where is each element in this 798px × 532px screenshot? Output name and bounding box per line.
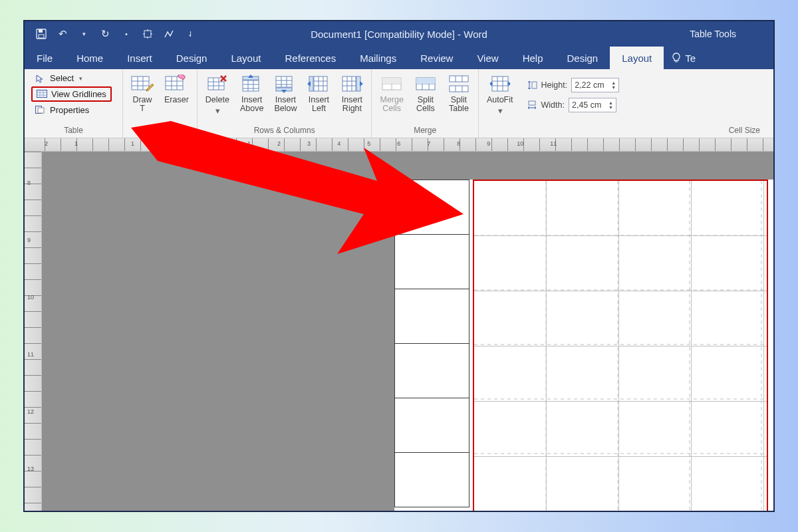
tab-review[interactable]: Review xyxy=(408,47,465,69)
eraser-icon xyxy=(165,74,188,93)
qat-icon-2[interactable] xyxy=(163,28,175,40)
group-rows-columns-label: Rows & Columns xyxy=(204,126,365,136)
select-label: Select xyxy=(50,73,74,83)
merge-cells-label: Merge Cells xyxy=(380,96,403,113)
undo-dropdown-icon[interactable]: ▾ xyxy=(78,28,90,40)
split-cells-label: Split Cells xyxy=(416,96,435,113)
view-gridlines-label: View Gridlines xyxy=(51,89,106,99)
tab-file[interactable]: File xyxy=(25,47,65,69)
tab-help[interactable]: Help xyxy=(511,47,555,69)
svg-rect-3 xyxy=(144,31,151,37)
svg-rect-2 xyxy=(39,35,44,38)
height-icon xyxy=(527,80,537,90)
tab-design[interactable]: Design xyxy=(164,47,219,69)
delete-label: Delete xyxy=(205,96,229,104)
svg-rect-8 xyxy=(166,76,183,90)
qat-customize-icon[interactable]: ⇃ xyxy=(184,28,196,40)
width-value: 2,45 cm xyxy=(572,100,601,110)
horizontal-ruler[interactable]: 211211234567891011 xyxy=(25,138,773,152)
tell-me-text: Te xyxy=(685,53,696,64)
eraser-button[interactable]: Eraser xyxy=(163,72,190,107)
tab-insert[interactable]: Insert xyxy=(115,47,164,69)
width-icon xyxy=(527,100,537,110)
group-rows-columns: Delete ▾ Insert Above Insert Below xyxy=(198,69,372,138)
svg-rect-6 xyxy=(38,108,44,113)
tab-table-design[interactable]: Design xyxy=(555,47,610,69)
height-input[interactable]: 2,22 cm ▲▼ xyxy=(571,78,619,92)
tab-home[interactable]: Home xyxy=(65,47,115,69)
table-with-borders[interactable] xyxy=(394,180,469,507)
svg-rect-17 xyxy=(342,76,356,91)
chevron-down-icon: ▾ xyxy=(79,75,82,82)
tab-view[interactable]: View xyxy=(465,47,510,69)
merge-cells-icon xyxy=(380,74,403,93)
group-table: Select ▾ View Gridlines Properties xyxy=(25,69,123,138)
gridlines-dashed xyxy=(474,181,767,512)
insert-below-label: Insert Below xyxy=(274,96,297,113)
insert-above-button[interactable]: Insert Above xyxy=(239,72,265,116)
split-cells-button[interactable]: Split Cells xyxy=(413,72,438,116)
touch-mode-icon[interactable] xyxy=(142,28,154,40)
properties-button[interactable]: Properties xyxy=(31,104,112,116)
qat-more-icon[interactable]: • xyxy=(120,28,132,40)
svg-rect-25 xyxy=(492,76,508,91)
eraser-label: Eraser xyxy=(164,96,189,104)
v-ruler-labels: 8910111213141516171819 xyxy=(27,154,34,512)
group-cell-size: AutoFit ▾ Height: 2,22 cm ▲▼ xyxy=(479,69,773,138)
h-ruler-labels: 211211234567891011 xyxy=(45,140,773,147)
width-input[interactable]: 2,45 cm ▲▼ xyxy=(569,98,616,112)
svg-rect-1 xyxy=(39,29,43,33)
column-width-control: Width: 2,45 cm ▲▼ xyxy=(527,98,620,112)
draw-table-icon xyxy=(131,74,154,93)
split-table-label: Split Table xyxy=(449,96,469,113)
draw-table-button[interactable]: Draw T xyxy=(130,72,155,116)
group-draw-label: Draw xyxy=(130,126,190,136)
autofit-button[interactable]: AutoFit ▾ xyxy=(485,72,515,118)
table-gridlines-only[interactable] xyxy=(473,180,768,512)
save-icon[interactable] xyxy=(35,28,47,40)
svg-rect-26 xyxy=(532,82,537,88)
insert-left-icon xyxy=(307,74,330,93)
tab-references[interactable]: References xyxy=(273,47,348,69)
insert-above-label: Insert Above xyxy=(240,96,263,113)
lightbulb-icon xyxy=(672,53,681,63)
undo-icon[interactable]: ↶ xyxy=(57,28,68,40)
spinner-icon[interactable]: ▲▼ xyxy=(608,100,613,110)
contextual-tab-label: Table Tools xyxy=(672,21,753,47)
svg-rect-13 xyxy=(276,76,292,87)
tab-layout[interactable]: Layout xyxy=(219,47,273,69)
tab-mailings[interactable]: Mailings xyxy=(348,47,408,69)
insert-right-label: Insert Right xyxy=(342,96,362,113)
titlebar: ↶ ▾ ↻ • ⇃ Document1 [Compatibility Mode]… xyxy=(25,21,773,47)
select-button[interactable]: Select ▾ xyxy=(31,72,112,84)
group-cell-size-label: Cell Size xyxy=(485,126,767,136)
properties-label: Properties xyxy=(50,105,89,115)
insert-right-button[interactable]: Insert Right xyxy=(339,72,364,116)
vertical-ruler[interactable]: 8910111213141516171819 xyxy=(25,152,42,511)
document-canvas[interactable] xyxy=(42,152,773,511)
chevron-down-icon: ▾ xyxy=(498,107,503,116)
redo-icon[interactable]: ↻ xyxy=(99,28,111,40)
delete-button[interactable]: Delete ▾ xyxy=(204,72,231,118)
tell-me[interactable]: Te xyxy=(664,47,704,69)
draw-table-label: Draw T xyxy=(132,96,152,113)
spinner-icon[interactable]: ▲▼ xyxy=(611,80,616,90)
split-table-button[interactable]: Split Table xyxy=(446,72,471,116)
group-table-label: Table xyxy=(31,126,116,136)
merge-cells-button[interactable]: Merge Cells xyxy=(378,72,404,116)
group-merge-label: Merge xyxy=(378,126,471,136)
autofit-label: AutoFit xyxy=(487,96,513,104)
gridlines-icon xyxy=(37,90,47,99)
insert-left-label: Insert Left xyxy=(309,96,329,113)
insert-left-button[interactable]: Insert Left xyxy=(306,72,331,116)
insert-right-icon xyxy=(340,74,363,93)
ribbon-body: Select ▾ View Gridlines Properties xyxy=(25,69,773,138)
insert-below-button[interactable]: Insert Below xyxy=(273,72,298,116)
view-gridlines-button[interactable]: View Gridlines xyxy=(31,86,112,102)
width-label: Width: xyxy=(541,100,565,110)
ribbon-tabs: File Home Insert Design Layout Reference… xyxy=(25,47,773,69)
tab-table-layout[interactable]: Layout xyxy=(610,47,664,69)
cursor-icon xyxy=(35,74,46,83)
properties-icon xyxy=(35,106,46,115)
group-draw: Draw T Eraser Draw xyxy=(123,69,198,138)
